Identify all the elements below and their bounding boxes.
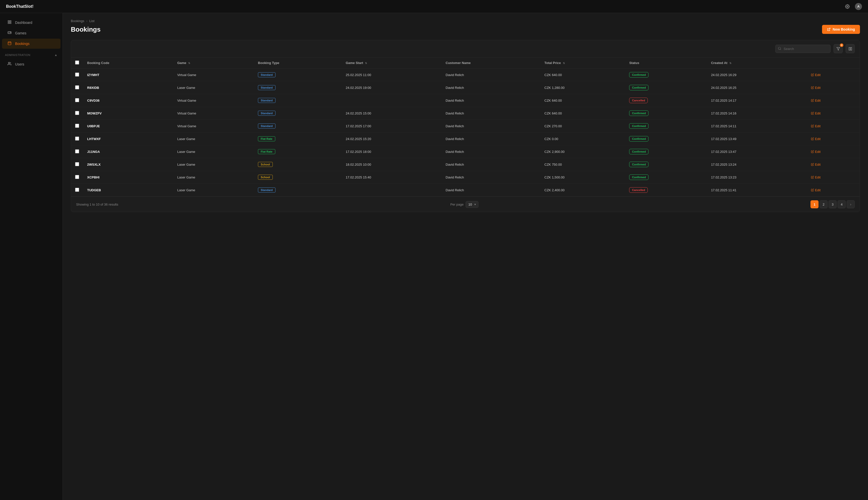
cell-status: Cancelled [625,184,707,196]
edit-link-10[interactable]: Edit [811,188,856,192]
row-checkbox-10[interactable] [75,188,79,192]
svg-point-0 [847,6,848,7]
table-body: IZYMHT Virtual Game Standard 25.02.2025 … [71,69,860,196]
cell-customer-name: David Relich [442,171,540,184]
cell-booking-type: School [254,171,342,184]
row-checkbox-cell [71,81,83,94]
edit-link-7[interactable]: Edit [811,150,856,154]
table-head: Booking Code Game ⇅ Booking Type Game St… [71,57,860,69]
cell-status: Confirmed [625,107,707,120]
status-badge: Cancelled [629,187,648,193]
col-game-start[interactable]: Game Start ⇅ [342,57,442,69]
edit-link-6[interactable]: Edit [811,137,856,141]
cell-game: Laser Game [173,171,254,184]
bookings-table: Booking Code Game ⇅ Booking Type Game St… [71,57,860,196]
cell-created-at: 17.02.2025 14:11 [707,120,807,133]
table-row: IZYMHT Virtual Game Standard 25.02.2025 … [71,69,860,81]
col-total-price[interactable]: Total Price ⇅ [541,57,625,69]
page-header: Bookings New Booking [71,25,860,34]
cell-edit: Edit [807,81,860,94]
row-checkbox-5[interactable] [75,124,79,128]
filter-button[interactable]: 0 [834,44,843,53]
cell-created-at: 17.02.2025 13:47 [707,145,807,158]
cell-game-start: 24.02.2025 19:00 [342,81,442,94]
cell-total-price: CZK 750.00 [541,158,625,171]
cell-booking-code: J11NGA [83,145,173,158]
page-btn-1[interactable]: 1 [811,200,819,208]
status-badge: Confirmed [629,123,648,129]
booking-type-badge: Standard [258,72,276,77]
edit-link-2[interactable]: Edit [811,86,856,90]
user-avatar[interactable]: A [855,3,862,10]
cell-created-at: 17.02.2025 13:49 [707,133,807,145]
game-start-sort-icon: ⇅ [365,62,367,65]
edit-link-1[interactable]: Edit [811,73,856,77]
price-sort-icon: ⇅ [563,62,565,65]
per-page-control: Per page 10 25 50 ▼ [450,201,478,208]
cell-booking-type: Flat Rate [254,145,342,158]
cell-customer-name: David Relich [442,120,540,133]
users-icon [7,62,12,67]
cell-created-at: 24.02.2025 16:29 [707,69,807,81]
row-checkbox-cell [71,158,83,171]
cell-booking-code: MOWZFV [83,107,173,120]
page-btn-3[interactable]: 3 [828,200,837,208]
settings-icon[interactable] [844,3,851,10]
row-checkbox-7[interactable] [75,149,79,154]
cell-game-start: 24.02.2025 15:20 [342,133,442,145]
per-page-select[interactable]: 10 25 50 [466,201,478,208]
svg-rect-3 [10,22,11,24]
edit-link-9[interactable]: Edit [811,175,856,179]
page-btn-next[interactable]: › [847,200,855,208]
cell-status: Confirmed [625,133,707,145]
page-btn-4[interactable]: 4 [838,200,846,208]
sidebar-bookings-label: Bookings [15,42,30,46]
cell-game-start: 17.02.2025 18:00 [342,145,442,158]
sidebar-item-dashboard[interactable]: Dashboard [2,18,60,27]
booking-type-badge: Standard [258,85,276,90]
table-row: J11NGA Laser Game Flat Rate 17.02.2025 1… [71,145,860,158]
search-input[interactable] [775,45,831,53]
col-created-at[interactable]: Created At ⇅ [707,57,807,69]
results-info: Showing 1 to 10 of 36 results [76,203,118,206]
row-checkbox-9[interactable] [75,175,79,179]
row-checkbox-3[interactable] [75,98,79,102]
cell-game: Virtual Game [173,69,254,81]
sidebar-item-bookings[interactable]: Bookings [2,39,60,49]
page-btn-2[interactable]: 2 [820,200,827,208]
booking-type-badge: Standard [258,188,276,193]
row-checkbox-4[interactable] [75,111,79,115]
search-box [775,45,831,53]
cell-status: Confirmed [625,145,707,158]
bookings-table-container: 0 Booking Code [71,40,860,212]
col-actions [807,57,860,69]
edit-link-8[interactable]: Edit [811,163,856,167]
columns-button[interactable] [846,44,855,53]
svg-marker-15 [837,47,840,50]
games-icon [7,31,12,36]
row-checkbox-8[interactable] [75,162,79,166]
col-customer-name: Customer Name [442,57,540,69]
sidebar-games-label: Games [15,31,26,35]
cell-game: Virtual Game [173,107,254,120]
row-checkbox-6[interactable] [75,137,79,140]
cell-total-price: CZK 1,500.00 [541,171,625,184]
sidebar-item-games[interactable]: Games [2,28,60,38]
svg-rect-17 [850,47,852,50]
row-checkbox-cell [71,133,83,145]
edit-link-4[interactable]: Edit [811,112,856,115]
new-booking-button[interactable]: New Booking [822,25,860,34]
cell-edit: Edit [807,107,860,120]
edit-link-5[interactable]: Edit [811,124,856,128]
cell-created-at: 17.02.2025 13:24 [707,158,807,171]
row-checkbox-cell [71,107,83,120]
sidebar-item-users[interactable]: Users [2,59,60,69]
cell-customer-name: David Relich [442,81,540,94]
table-row: U0BPJE Virtual Game Standard 17.02.2025 … [71,120,860,133]
edit-link-3[interactable]: Edit [811,99,856,102]
col-game[interactable]: Game ⇅ [173,57,254,69]
select-all-checkbox[interactable] [75,60,79,65]
topnav-right: A [844,3,862,10]
row-checkbox-1[interactable] [75,72,79,77]
row-checkbox-2[interactable] [75,86,79,89]
